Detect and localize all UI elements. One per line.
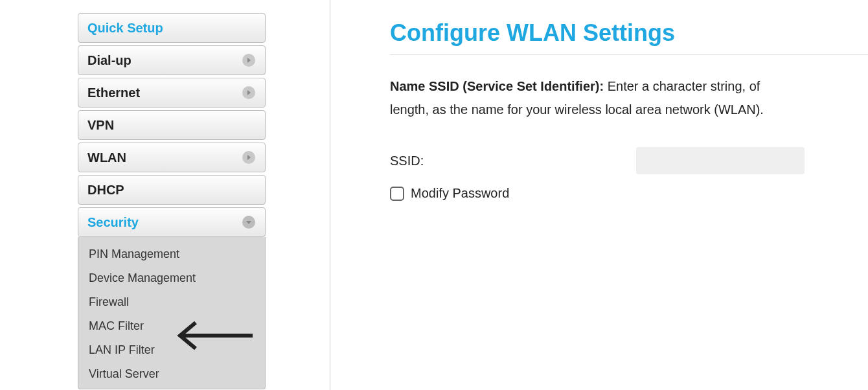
nav-label: DHCP bbox=[87, 183, 124, 198]
nav-vpn[interactable]: VPN bbox=[78, 110, 266, 140]
desc-rest1: Enter a character string, of bbox=[604, 79, 760, 93]
description-line2: length, as the name for your wireless lo… bbox=[390, 98, 868, 121]
nav-ethernet[interactable]: Ethernet bbox=[78, 78, 266, 108]
page-title: Configure WLAN Settings bbox=[390, 19, 868, 55]
nav-dhcp[interactable]: DHCP bbox=[78, 175, 266, 205]
nav-label: WLAN bbox=[87, 150, 126, 165]
ssid-label: SSID: bbox=[390, 154, 636, 168]
modify-password-checkbox[interactable] bbox=[390, 187, 404, 201]
sidebar: Quick Setup Dial-up Ethernet VPN WLAN DH… bbox=[0, 0, 330, 390]
desc-bold: Name SSID (Service Set Identifier): bbox=[390, 79, 604, 93]
nav-security[interactable]: Security bbox=[78, 207, 266, 237]
description: Name SSID (Service Set Identifier): Ente… bbox=[390, 75, 868, 98]
ssid-row: SSID: bbox=[390, 147, 868, 174]
main-content: Configure WLAN Settings Name SSID (Servi… bbox=[330, 0, 868, 390]
nav-label: Quick Setup bbox=[87, 21, 163, 36]
chevron-right-icon bbox=[242, 150, 256, 165]
chevron-down-icon bbox=[242, 215, 256, 229]
nav-dialup[interactable]: Dial-up bbox=[78, 45, 266, 75]
nav-label: Ethernet bbox=[87, 86, 140, 100]
modify-password-row: Modify Password bbox=[390, 186, 868, 201]
security-submenu: PIN Management Device Management Firewal… bbox=[78, 237, 266, 389]
chevron-right-icon bbox=[242, 53, 256, 67]
sub-virtual-server[interactable]: Virtual Server bbox=[86, 362, 265, 386]
nav-quick-setup[interactable]: Quick Setup bbox=[78, 13, 266, 43]
sub-firewall[interactable]: Firewall bbox=[86, 290, 265, 314]
modify-password-label: Modify Password bbox=[411, 186, 509, 201]
ssid-input[interactable] bbox=[636, 147, 805, 174]
chevron-right-icon bbox=[242, 86, 256, 100]
nav-label: Dial-up bbox=[87, 53, 131, 68]
sub-lan-ip-filter[interactable]: LAN IP Filter bbox=[86, 338, 265, 362]
nav-label: VPN bbox=[87, 118, 114, 133]
sub-device-management[interactable]: Device Management bbox=[86, 266, 265, 290]
sub-pin-management[interactable]: PIN Management bbox=[86, 242, 265, 266]
sub-mac-filter[interactable]: MAC Filter bbox=[86, 314, 265, 338]
nav-wlan[interactable]: WLAN bbox=[78, 143, 266, 172]
nav-label: Security bbox=[87, 215, 139, 230]
